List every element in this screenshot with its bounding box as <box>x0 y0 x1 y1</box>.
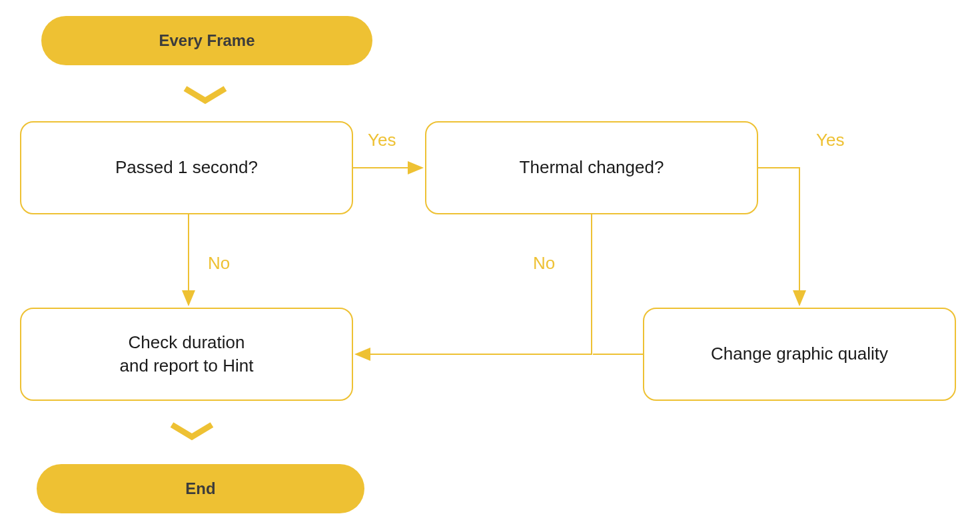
process-change-quality-label: Change graphic quality <box>711 342 888 366</box>
terminal-start: Every Frame <box>41 16 372 65</box>
process-check-duration-label: Check duration and report to Hint <box>120 331 254 378</box>
edge-label-yes-1: Yes <box>368 130 396 150</box>
decision-passed-1-second: Passed 1 second? <box>20 121 353 214</box>
decision-passed-1-second-label: Passed 1 second? <box>115 156 258 179</box>
edge-label-yes-2: Yes <box>816 130 844 150</box>
chevron-down-icon <box>165 419 219 443</box>
terminal-end-label: End <box>185 479 215 498</box>
decision-thermal-changed-label: Thermal changed? <box>520 156 664 179</box>
flow-arrows <box>0 0 980 532</box>
process-check-duration: Check duration and report to Hint <box>20 308 353 401</box>
process-change-quality: Change graphic quality <box>643 308 956 401</box>
edge-label-no-2: No <box>533 253 555 274</box>
terminal-end: End <box>37 464 364 513</box>
edge-label-no-1: No <box>208 253 230 274</box>
decision-thermal-changed: Thermal changed? <box>425 121 758 214</box>
terminal-start-label: Every Frame <box>159 31 254 50</box>
chevron-down-icon <box>179 83 232 107</box>
